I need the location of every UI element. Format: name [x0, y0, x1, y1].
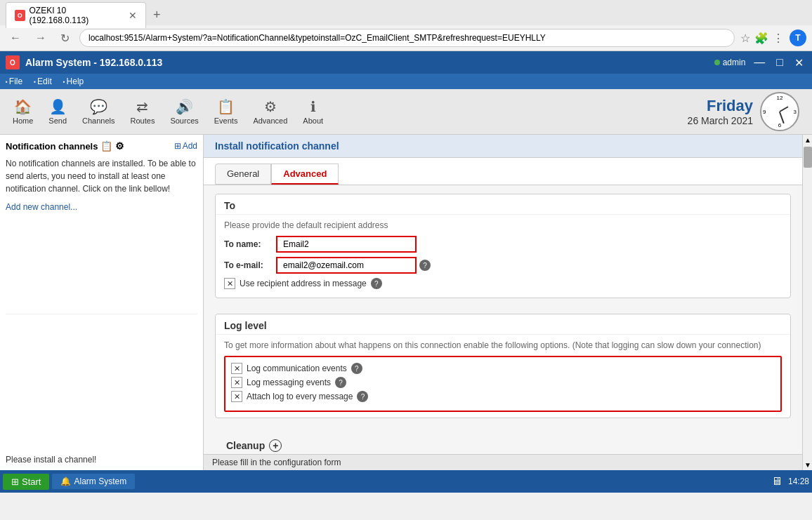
attach-log-label: Attach log to every message — [247, 392, 353, 401]
log-msg-row: ✕ Log messaging events ? — [231, 377, 775, 388]
menu-file[interactable]: File — [6, 76, 22, 86]
forward-button[interactable]: → — [31, 30, 51, 46]
day-name: Friday — [688, 97, 753, 115]
log-msg-checkbox[interactable]: ✕ — [231, 377, 242, 388]
log-level-title: Log level — [216, 314, 790, 335]
status-bar-content: Please fill in the configuration form — [204, 454, 802, 470]
toolbar-sources-label: Sources — [170, 116, 198, 125]
toolbar-routes-button[interactable]: ⇄ Routes — [124, 95, 162, 128]
attach-log-row: ✕ Attach log to every message ? — [231, 391, 775, 402]
app-header: O Alarm System - 192.168.0.113 admin — □… — [0, 51, 812, 74]
sidebar: Notification channels 📋 ⚙ ⊞ Add No notif… — [0, 135, 204, 470]
log-level-section: Log level To get more information about … — [215, 314, 791, 418]
app-title: Alarm System - 192.168.0.113 — [25, 57, 162, 68]
add-channel-button[interactable]: ⊞ Add — [174, 141, 197, 151]
home-icon: 🏠 — [14, 98, 32, 115]
scrollbar[interactable]: ▲ ▼ — [802, 135, 812, 470]
toolbar-advanced-button[interactable]: ⚙ Advanced — [246, 95, 294, 128]
toolbar-events-label: Events — [214, 116, 238, 125]
admin-label: admin — [723, 58, 746, 67]
toolbar-routes-label: Routes — [131, 116, 155, 125]
taskbar: ⊞ Start 🔔 Alarm System 🖥 14:28 — [0, 470, 812, 493]
clock-12: 12 — [777, 95, 783, 101]
log-comm-checkbox[interactable]: ✕ — [231, 363, 242, 374]
minimize-button[interactable]: — — [751, 55, 768, 70]
to-email-label: To e-mail: — [224, 260, 273, 270]
toolbar-sources-button[interactable]: 🔊 Sources — [163, 95, 205, 128]
taskbar-monitor-icon: 🖥 — [771, 475, 782, 488]
advanced-icon: ⚙ — [264, 98, 277, 115]
clock-3: 3 — [794, 109, 797, 115]
sidebar-settings-icon: ⚙ — [115, 140, 124, 152]
taskbar-right: 🖥 14:28 — [771, 475, 809, 488]
toolbar-advanced-label: Advanced — [253, 116, 287, 125]
tab-title: OZEKI 10 (192.168.0.113) — [30, 6, 119, 25]
log-level-desc: To get more information about what happe… — [224, 340, 782, 350]
tab-advanced[interactable]: Advanced — [271, 164, 339, 185]
back-button[interactable]: ← — [6, 30, 25, 46]
reload-button[interactable]: ↻ — [56, 30, 74, 46]
use-recipient-row: ✕ Use recipient address in message ? — [224, 278, 782, 289]
add-new-channel-link[interactable]: Add new channel... — [6, 202, 197, 212]
use-recipient-checkbox[interactable]: ✕ — [224, 278, 235, 289]
tab-container: General Advanced — [204, 158, 802, 185]
cleanup-expand-icon[interactable]: + — [269, 439, 282, 452]
tab-favicon: O — [15, 10, 25, 21]
hour-hand — [780, 106, 789, 112]
maximize-button[interactable]: □ — [773, 55, 786, 70]
content-header: Install notification channel — [204, 135, 802, 158]
menu-help[interactable]: Help — [63, 76, 84, 86]
tab-general[interactable]: General — [215, 164, 271, 185]
send-icon: 👤 — [49, 98, 67, 115]
sources-icon: 🔊 — [176, 98, 193, 115]
to-name-input[interactable] — [276, 236, 417, 253]
tab-close-button[interactable]: ✕ — [129, 10, 137, 21]
log-msg-help-icon[interactable]: ? — [335, 377, 346, 388]
scroll-down-button[interactable]: ▼ — [803, 460, 812, 470]
profile-button[interactable]: T — [790, 29, 806, 46]
to-section: To Please provide the default recipient … — [215, 194, 791, 298]
address-input[interactable] — [79, 29, 735, 47]
scroll-thumb[interactable] — [804, 147, 812, 168]
toolbar-channels-label: Channels — [82, 116, 114, 125]
to-email-input[interactable] — [276, 257, 417, 274]
clock-6: 6 — [778, 122, 781, 128]
cleanup-section[interactable]: Cleanup + — [215, 434, 791, 454]
sidebar-description: No notification channels are installed. … — [6, 157, 197, 195]
status-dot — [714, 60, 720, 65]
taskbar-app-button[interactable]: 🔔 Alarm System — [52, 474, 135, 489]
browser-tab[interactable]: O OZEKI 10 (192.168.0.113) ✕ — [6, 2, 146, 28]
menu-icon[interactable]: ⋮ — [773, 32, 784, 45]
to-section-title: To — [216, 194, 790, 215]
attach-log-help-icon[interactable]: ? — [357, 391, 368, 402]
clock-area: Friday 26 March 2021 12 3 6 9 — [688, 92, 806, 131]
toolbar-home-button[interactable]: 🏠 Home — [6, 95, 40, 128]
close-button[interactable]: ✕ — [792, 55, 806, 71]
scroll-up-button[interactable]: ▲ — [803, 135, 812, 145]
log-msg-label: Log messaging events — [247, 378, 331, 387]
extensions-icon[interactable]: 🧩 — [754, 32, 768, 45]
menu-edit[interactable]: Edit — [34, 76, 52, 86]
taskbar-app-icon: 🔔 — [60, 476, 71, 486]
log-comm-help-icon[interactable]: ? — [351, 363, 362, 374]
attach-log-checkbox[interactable]: ✕ — [231, 391, 242, 402]
use-recipient-help-icon[interactable]: ? — [371, 278, 382, 289]
bookmark-icon[interactable]: ☆ — [740, 32, 750, 45]
toolbar-send-button[interactable]: 👤 Send — [41, 95, 74, 128]
routes-icon: ⇄ — [136, 98, 148, 115]
toolbar-events-button[interactable]: 📋 Events — [207, 95, 245, 128]
to-name-label: To name: — [224, 239, 273, 249]
new-tab-button[interactable]: + — [149, 8, 165, 22]
sidebar-title: Notification channels 📋 ⚙ — [6, 140, 124, 152]
sidebar-copy-icon: 📋 — [100, 140, 112, 152]
log-comm-row: ✕ Log communication events ? — [231, 363, 775, 374]
log-options-group: ✕ Log communication events ? ✕ Log messa… — [224, 356, 782, 412]
toolbar-send-label: Send — [48, 116, 67, 125]
sidebar-footer-text: Please install a channel! — [6, 455, 96, 465]
to-email-help-icon[interactable]: ? — [419, 260, 431, 271]
toolbar-home-label: Home — [13, 116, 33, 125]
toolbar-channels-button[interactable]: 💬 Channels — [75, 95, 122, 128]
taskbar-time: 14:28 — [788, 476, 809, 486]
start-button[interactable]: ⊞ Start — [3, 474, 49, 490]
toolbar-about-button[interactable]: ℹ About — [296, 95, 330, 128]
